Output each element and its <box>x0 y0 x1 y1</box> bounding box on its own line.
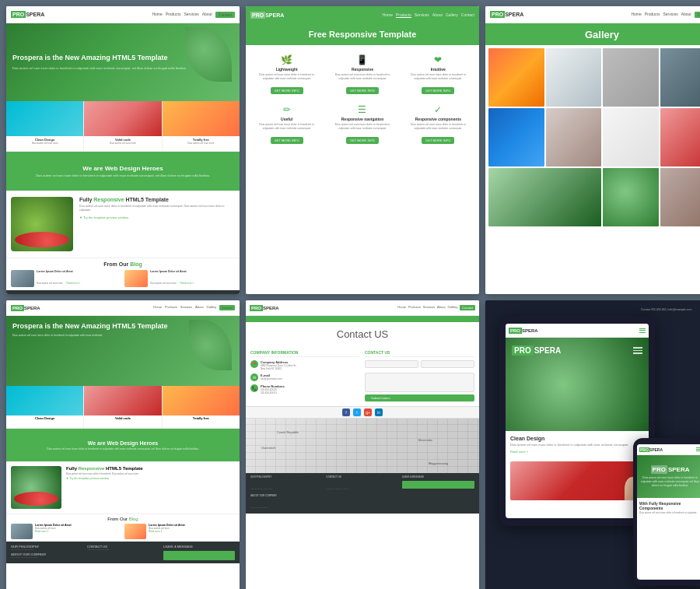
p2-nav-about[interactable]: About <box>432 12 443 18</box>
blog-heading: From Our Blog <box>11 261 235 267</box>
feature-lightweight-btn[interactable]: GET MORE INFO <box>271 87 303 94</box>
gallery-item-6[interactable] <box>546 108 602 167</box>
p3-nav-contact-btn[interactable]: Contact <box>695 12 700 18</box>
feature-resp-comp-desc: Duis autem vel eum iriure dolor in hendr… <box>405 123 471 131</box>
p4-thumb-label-3: Totally free <box>163 415 240 420</box>
feature-responsive-desc: Duis autem vel eum iriure dolor in hendr… <box>329 73 395 81</box>
logo-spera: SPERA <box>26 12 44 17</box>
p5-nav-services[interactable]: Services <box>423 305 435 310</box>
p4-footer-message: LEAVE A MESSAGE <box>163 545 235 549</box>
p5-nav-products[interactable]: Products <box>408 305 421 310</box>
nav-services[interactable]: Services <box>184 12 199 18</box>
blog-more-2[interactable]: Read more 1 <box>180 282 193 285</box>
twitter-icon[interactable]: t <box>353 408 361 416</box>
p4-nav-about[interactable]: About <box>195 305 203 310</box>
form-email-field[interactable] <box>421 360 474 368</box>
p5-logo-spera: SPERA <box>263 306 279 310</box>
gallery-item-8[interactable] <box>660 108 701 167</box>
p5-contact-body: COMPANY INFORMATION 📍 Company Address 49… <box>246 345 479 406</box>
gallery-item-9[interactable] <box>488 168 601 226</box>
tablet-content: Clean Design Duis autem vel eum iriure d… <box>506 431 649 458</box>
feature-useful-title: Useful <box>254 117 320 121</box>
responsive-text: Fully Responsive HTML5 Template Duis aut… <box>79 197 235 219</box>
form-name-field[interactable] <box>365 360 418 368</box>
feature-resp-comp-btn[interactable]: GET MORE INFO <box>422 137 454 144</box>
p2-nav-home[interactable]: Home <box>383 12 393 18</box>
thumb-desc-3: Duis autem vel eum iriure <box>163 142 240 145</box>
gallery-item-11[interactable] <box>660 168 701 226</box>
ph-logo-spera: SPERA <box>668 466 690 473</box>
p4-nav-products[interactable]: Products <box>165 305 177 310</box>
feature-intuitive-btn[interactable]: GET MORE INFO <box>422 87 454 94</box>
p5-address-item: 📍 Company Address 4992 Rossmoor Drive 1 … <box>250 360 360 370</box>
blog-highlight: Blog <box>130 261 142 267</box>
nav-about[interactable]: About <box>202 12 212 18</box>
p5-nav-contact-btn[interactable]: Contact <box>460 305 475 310</box>
p5-nav-home[interactable]: Home <box>397 305 406 310</box>
hamburger-line-2 <box>639 330 646 331</box>
linkedin-icon[interactable]: in <box>375 408 383 416</box>
p2-nav-gallery[interactable]: Gallery <box>446 12 458 18</box>
p4-nav-home[interactable]: Home <box>153 305 162 310</box>
p4-footer-btn[interactable] <box>163 551 235 560</box>
p4-green-section: We are Web Design Heroes Duis autem vel … <box>6 429 240 461</box>
p4-nav-services[interactable]: Services <box>180 305 192 310</box>
p3-nav-home[interactable]: Home <box>631 12 641 18</box>
p4-nav-contact-btn[interactable]: Contact <box>219 305 235 310</box>
hero-description: Duis autem vel eum iriure dolor in hendr… <box>12 66 187 71</box>
p2-nav-services[interactable]: Services <box>415 12 429 18</box>
phone-hamburger-icon[interactable] <box>696 447 700 451</box>
p2-nav-products[interactable]: Products <box>396 12 411 18</box>
panel-features: PROSPERA Home Products Services About Ga… <box>246 6 479 294</box>
gallery-item-1[interactable] <box>488 48 544 107</box>
p4-blog-link-2[interactable]: Read more 1 <box>149 530 185 533</box>
gallery-item-3[interactable] <box>603 48 659 107</box>
p4-blog-link-1[interactable]: Read more 1 <box>35 530 72 533</box>
googleplus-icon[interactable]: g+ <box>364 408 372 416</box>
thumb-img-2 <box>84 101 161 136</box>
p3-nav-services[interactable]: Services <box>663 12 678 18</box>
gallery-item-7[interactable] <box>603 108 659 167</box>
p5-phone-item: 📞 Phone Numbers 555.456.456.00555.456.45… <box>250 384 360 394</box>
p4-logo-spera: SPERA <box>24 306 40 310</box>
p2-nav-contact[interactable]: Contact <box>461 12 474 18</box>
nav-home[interactable]: Home <box>152 12 162 18</box>
feature-resp-nav-btn[interactable]: GET MORE INFO <box>346 137 379 144</box>
p5-social-bar: f t g+ in <box>246 406 479 419</box>
hero-leaf-decoration <box>185 27 232 82</box>
form-submit-btn[interactable]: Submit button <box>365 394 474 401</box>
gallery-item-5[interactable] <box>488 108 544 167</box>
feature-resp-nav-title: Responsive navigation <box>329 117 395 121</box>
p3-nav-products[interactable]: Products <box>645 12 660 18</box>
responsive-link[interactable]: ▼ Try the template preview window <box>79 216 235 219</box>
p4-responsive: Fully Responsive HTML5 Template Duis aut… <box>6 461 240 514</box>
nav-contact-btn[interactable]: Contact <box>215 12 235 18</box>
gallery-item-4[interactable] <box>660 48 701 107</box>
p5-bf-about-text: Duis autem vel eum <box>250 507 268 509</box>
p5-nav-gallery[interactable]: Gallery <box>448 305 458 310</box>
form-message-field[interactable] <box>365 373 474 392</box>
gallery-item-10[interactable] <box>603 168 659 226</box>
th-logo-spera: SPERA <box>534 346 561 355</box>
panel1-thumbnails: Clean Design Duis autem vel eum iriure V… <box>6 101 240 152</box>
tablet-read-more[interactable]: Read more » <box>510 450 644 454</box>
feature-responsive-btn[interactable]: GET MORE INFO <box>346 87 379 94</box>
feature-responsive: 📱 Responsive Duis autem vel eum iriure d… <box>326 51 398 98</box>
p3-nav-about[interactable]: About <box>681 12 691 18</box>
t-hamburger-icon[interactable] <box>639 328 646 333</box>
feature-useful-btn[interactable]: GET MORE INFO <box>271 137 303 144</box>
p5-bf-submit-btn[interactable] <box>402 481 474 489</box>
tablet-hero-hamburger[interactable] <box>633 347 642 354</box>
p4-hero: Prospera is the New Amazing HTML5 Templa… <box>6 316 240 386</box>
blog-more-1[interactable]: Read more 1 <box>66 282 79 285</box>
phone-value: 555.456.456.00555.456.456.01 <box>261 388 285 394</box>
map-label-austria: Österreich <box>261 446 275 450</box>
nav-products[interactable]: Products <box>166 12 181 18</box>
green-section-text: Duis autem vel eum iriure dolor in hendr… <box>36 174 210 177</box>
gallery-item-2[interactable] <box>546 48 602 107</box>
p5-nav-about[interactable]: About <box>437 305 445 310</box>
p4-nav-gallery[interactable]: Gallery <box>207 305 217 310</box>
facebook-icon[interactable]: f <box>342 408 350 416</box>
p4-fruit-img <box>11 466 61 509</box>
p4-resp-link[interactable]: ▼ Try the template preview window <box>66 477 235 480</box>
